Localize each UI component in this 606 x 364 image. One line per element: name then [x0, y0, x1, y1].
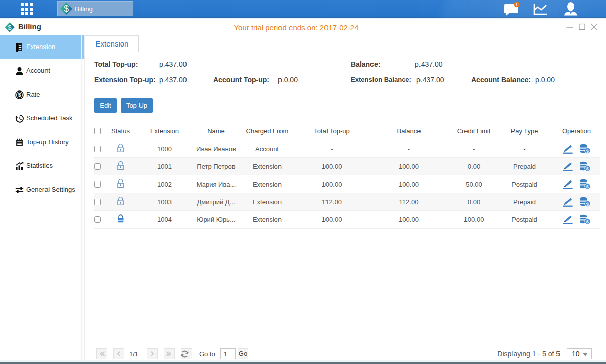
svg-text:$: $ [586, 219, 589, 224]
svg-text:!: ! [516, 2, 518, 7]
svg-text:$: $ [18, 92, 21, 98]
svg-text:$: $ [586, 184, 589, 189]
svg-text:$: $ [586, 148, 589, 154]
svg-text:$: $ [64, 4, 69, 14]
svg-text:$: $ [586, 166, 589, 171]
svg-text:$: $ [586, 201, 589, 207]
